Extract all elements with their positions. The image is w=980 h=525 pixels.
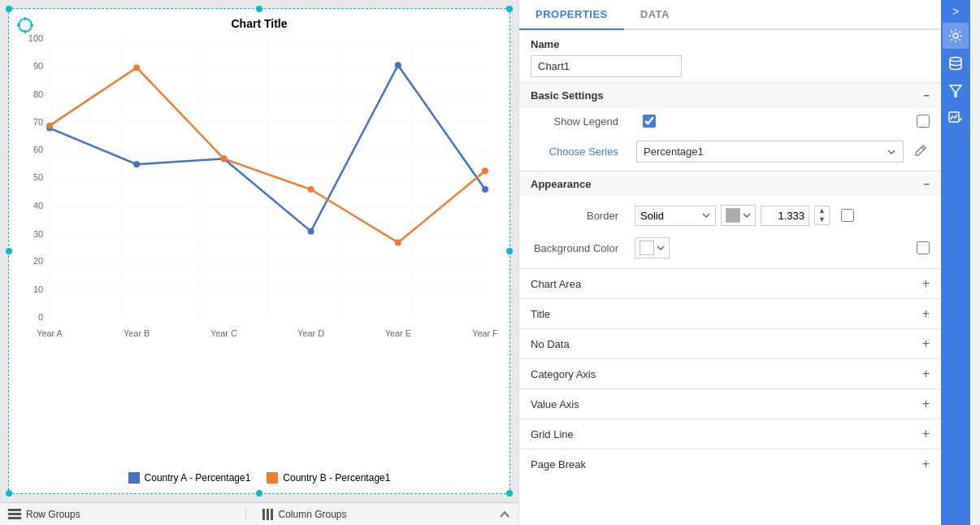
edit-series-button[interactable] — [912, 141, 930, 162]
svg-text:100: 100 — [28, 33, 43, 43]
filter-button[interactable] — [943, 78, 969, 104]
no-data-label: No Data — [531, 338, 570, 350]
handle-tr[interactable] — [506, 6, 513, 12]
expand-arrow[interactable]: > — [952, 5, 959, 18]
chart-legend: Country A - Percentage1 Country B - Perc… — [128, 472, 391, 484]
legend-item-countryA: Country A - Percentage1 — [128, 472, 251, 484]
name-label: Name — [531, 38, 930, 50]
title-row[interactable]: Title + — [519, 298, 941, 328]
column-groups-label: Column Groups — [279, 509, 347, 520]
basic-settings-header: Basic Settings − — [519, 82, 941, 108]
pencil-icon — [914, 144, 927, 157]
page-break-expand[interactable]: + — [922, 457, 930, 471]
column-groups-icon — [262, 509, 274, 520]
series-dropdown[interactable]: Percentage1 — [636, 141, 904, 163]
chart-container: Chart Title 0 10 20 30 40 50 60 70 — [8, 8, 510, 494]
chevron-up-icon — [499, 509, 510, 520]
svg-text:Year E: Year E — [385, 328, 411, 338]
border-label: Border — [531, 210, 628, 222]
svg-text:40: 40 — [33, 201, 43, 210]
category-axis-row[interactable]: Category Axis + — [519, 358, 941, 388]
page-break-row[interactable]: Page Break + — [519, 449, 941, 479]
chart-area-expand[interactable]: + — [922, 276, 930, 291]
show-legend-label: Show Legend — [531, 115, 628, 128]
no-data-expand[interactable]: + — [922, 336, 930, 351]
border-width-stepper[interactable]: ▲ ▼ — [814, 206, 830, 225]
choose-series-field: Choose Series Percentage1 — [519, 134, 941, 171]
column-groups-section: Column Groups — [245, 509, 500, 520]
appearance-collapse-icon[interactable]: − — [923, 178, 930, 190]
svg-text:60: 60 — [33, 145, 43, 154]
background-color-button[interactable] — [635, 237, 670, 258]
tab-data[interactable]: DATA — [624, 0, 686, 30]
svg-text:10: 10 — [33, 284, 43, 294]
border-width-input[interactable] — [761, 206, 809, 226]
category-axis-expand[interactable]: + — [922, 367, 930, 381]
series-dropdown-arrow — [887, 147, 896, 157]
grid-line-expand[interactable]: + — [922, 427, 930, 441]
name-input[interactable] — [531, 55, 682, 77]
stepper-down[interactable]: ▼ — [815, 215, 829, 224]
crosshair-icon[interactable] — [15, 15, 35, 35]
name-section: Name — [519, 30, 941, 82]
properties-content: Name Basic Settings − Show Legend Choose… — [519, 30, 941, 525]
svg-rect-38 — [8, 513, 21, 515]
background-color-field: Background Color — [519, 231, 941, 268]
svg-rect-36 — [267, 472, 278, 484]
svg-point-32 — [308, 186, 314, 193]
svg-text:Year A: Year A — [37, 328, 63, 338]
svg-text:Year B: Year B — [124, 328, 150, 338]
border-checkbox[interactable] — [841, 209, 854, 222]
show-legend-checkbox[interactable] — [643, 115, 656, 128]
legend-label-countryA: Country A - Percentage1 — [145, 472, 251, 484]
handle-tl[interactable] — [6, 6, 12, 12]
title-expand[interactable]: + — [922, 306, 930, 321]
properties-panel: PROPERTIES DATA Name Basic Settings − Sh… — [518, 0, 941, 525]
grid-line-label: Grid Line — [531, 428, 574, 440]
svg-text:Year F: Year F — [472, 328, 498, 338]
grid-line-row[interactable]: Grid Line + — [519, 419, 941, 449]
filter-icon — [948, 84, 963, 98]
svg-text:30: 30 — [33, 229, 43, 239]
legend-item-countryB: Country B - Percentage1 — [267, 472, 390, 484]
svg-text:20: 20 — [33, 256, 43, 266]
database-button[interactable] — [943, 50, 969, 76]
stepper-up[interactable]: ▲ — [815, 206, 829, 215]
page-break-label: Page Break — [531, 458, 586, 471]
chart-svg: 0 10 20 30 40 50 60 70 80 90 100 Year A … — [50, 34, 485, 351]
bg-color-arrow — [657, 244, 665, 252]
svg-rect-41 — [267, 509, 269, 520]
basic-settings-label: Basic Settings — [531, 89, 604, 102]
svg-text:80: 80 — [33, 89, 43, 99]
svg-text:0: 0 — [38, 312, 43, 322]
svg-point-27 — [395, 62, 401, 68]
border-color-arrow — [743, 211, 751, 219]
svg-point-0 — [19, 19, 32, 32]
collapse-icon[interactable]: − — [923, 89, 930, 102]
show-legend-extra-checkbox[interactable] — [917, 115, 930, 128]
no-data-row[interactable]: No Data + — [519, 328, 941, 358]
handle-br[interactable] — [506, 490, 513, 497]
legend-swatch-countryA — [128, 472, 140, 484]
handle-tc[interactable] — [256, 6, 262, 12]
handle-bl[interactable] — [6, 490, 12, 497]
value-axis-expand[interactable]: + — [922, 397, 930, 411]
choose-series-label: Choose Series — [531, 145, 628, 158]
settings-button[interactable] — [943, 23, 969, 49]
background-color-label: Background Color — [531, 242, 628, 254]
bottom-bar-chevron[interactable] — [499, 509, 510, 520]
tab-properties[interactable]: PROPERTIES — [519, 0, 624, 30]
chart-title: Chart Title — [232, 17, 288, 30]
collapsible-sections: Chart Area + Title + No Data + Category … — [519, 268, 941, 479]
row-groups-section: Row Groups — [8, 509, 245, 520]
svg-rect-35 — [128, 472, 140, 484]
svg-point-30 — [133, 64, 140, 71]
handle-bc[interactable] — [256, 490, 262, 497]
chart-area-row[interactable]: Chart Area + — [519, 268, 941, 298]
svg-point-44 — [953, 33, 958, 38]
border-color-button[interactable] — [721, 205, 756, 226]
background-color-swatch — [640, 241, 654, 255]
chart-edit-button[interactable] — [943, 106, 969, 132]
value-axis-row[interactable]: Value Axis + — [519, 388, 941, 419]
background-color-checkbox[interactable] — [917, 241, 930, 254]
